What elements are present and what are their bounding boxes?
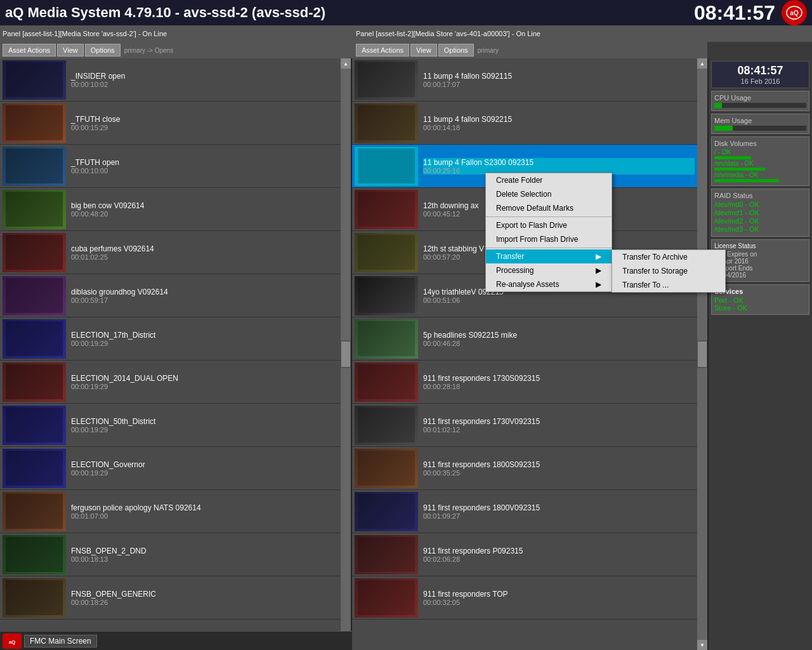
header-logo: aQ	[782, 0, 807, 25]
svg-rect-18	[358, 192, 415, 227]
left-asset-item[interactable]: ELECTION_2014_DUAL OPEN 00:00:19:29	[0, 361, 341, 404]
right-asset-item[interactable]: 911 first responders P092315 00:02:06:28	[352, 533, 697, 576]
left-asset-item[interactable]: big ben cow V092614 00:00:48:20	[0, 188, 341, 231]
svg-rect-2	[6, 62, 63, 97]
left-asset-item[interactable]: ELECTION_17th_District 00:00:19:29	[0, 317, 341, 361]
asset-info: cuba perfumes V092614 00:01:02:25	[71, 244, 338, 261]
left-asset-actions-btn[interactable]: Asset Actions	[3, 44, 56, 56]
raid-item: /dev/md3 - OK	[714, 225, 806, 233]
right-asset-item[interactable]: 911 first responders 1730S092315 00:00:2…	[352, 361, 697, 404]
cpu-bar	[714, 103, 722, 108]
asset-name: 911 first responders P092315	[423, 547, 695, 555]
status-panel: 08:41:57 16 Feb 2016 CPU Usage Mem Usage…	[707, 58, 812, 650]
svg-rect-10	[6, 408, 63, 442]
left-asset-item[interactable]: ELECTION_50th_District 00:00:19:29	[0, 404, 341, 447]
right-asset-item[interactable]: 11 bump 4 fallon S092115 00:00:17:07	[352, 58, 697, 102]
header-right: 08:41:57 aQ	[694, 0, 807, 25]
right-asset-list[interactable]: 11 bump 4 fallon S092115 00:00:17:07 11 …	[352, 58, 697, 650]
asset-info: 11 bump 4 Fallon S2300 092315 00:00:25:1…	[423, 158, 695, 175]
asset-thumb	[3, 276, 66, 315]
asset-info: 911 first responders 1730S092315 00:00:2…	[423, 374, 695, 390]
ctx-remove-default-marks[interactable]: Remove Default Marks	[486, 201, 612, 215]
asset-name: ELECTION_Governor	[71, 460, 338, 469]
left-asset-item[interactable]: FNSB_OPEN_GENERIC 00:00:18:26	[0, 576, 341, 620]
ctx-create-folder[interactable]: Create Folder	[486, 173, 612, 187]
right-asset-item[interactable]: 911 first responders TOP 00:00:32:05	[352, 576, 697, 620]
sys-date: 16 Feb 2016	[714, 77, 806, 85]
asset-thumb	[355, 60, 418, 100]
asset-info: 11 bump 4 fallon S092215 00:00:14:18	[423, 115, 695, 131]
left-asset-item[interactable]: ELECTION_Governor 00:00:19:29	[0, 447, 341, 490]
ctx-reanalyse[interactable]: Re-analyse Assets ▶	[486, 277, 612, 291]
left-asset-list[interactable]: _INSIDER open 00:00:10:02 _TFUTH close 0…	[0, 58, 341, 650]
right-scroll-up[interactable]: ▲	[697, 58, 707, 69]
asset-duration: 00:00:32:05	[423, 599, 695, 606]
taskbar-label[interactable]: FMC Main Screen	[24, 635, 97, 647]
left-scrollbar[interactable]: ▲ ▼	[341, 58, 351, 650]
ctx-transfer-archive[interactable]: Transfer To Archive	[612, 250, 725, 264]
left-asset-item[interactable]: _INSIDER open 00:00:10:02	[0, 58, 341, 102]
mem-bar-container	[714, 126, 806, 131]
ctx-import-flash[interactable]: Import From Flash Drive	[486, 232, 612, 246]
asset-info: _TFUTH close 00:00:15:29	[71, 115, 338, 131]
svg-rect-22	[358, 364, 415, 399]
asset-duration: 00:00:15:29	[71, 124, 338, 131]
right-asset-item[interactable]: 11 bump 4 fallon S092215 00:00:14:18	[352, 102, 697, 145]
svg-text:aQ: aQ	[9, 639, 16, 645]
right-options-btn[interactable]: Options	[438, 44, 474, 56]
right-asset-item[interactable]: 911 first responders 1730V092315 00:01:0…	[352, 404, 697, 447]
taskbar: aQ FMC Main Screen	[0, 631, 352, 650]
left-asset-item[interactable]: ferguson police apology NATS 092614 00:0…	[0, 490, 341, 533]
svg-rect-9	[6, 364, 63, 399]
ctx-delete-selection[interactable]: Delete Selection	[486, 187, 612, 201]
ctx-export-flash[interactable]: Export to Flash Drive	[486, 218, 612, 232]
left-asset-item[interactable]: _TFUTH close 00:00:15:29	[0, 102, 341, 145]
ctx-processing[interactable]: Processing ▶	[486, 263, 612, 277]
right-scrollbar[interactable]: ▲ ▼	[697, 58, 707, 650]
ctx-transfer-to[interactable]: Transfer To ...	[612, 278, 725, 292]
disk-item: /srv/data - OK	[714, 160, 806, 171]
asset-info: 11 bump 4 fallon S092115 00:00:17:07	[423, 72, 695, 88]
disk-item: /srv/media - OK	[714, 171, 806, 182]
left-panel-content: _INSIDER open 00:00:10:02 _TFUTH close 0…	[0, 58, 351, 650]
cpu-bar-container	[714, 103, 806, 108]
left-scroll-thumb[interactable]	[341, 342, 350, 367]
raid-item: /dev/md2 - OK	[714, 217, 806, 225]
right-scroll-thumb[interactable]	[698, 342, 707, 367]
asset-name: _TFUTH close	[71, 115, 338, 124]
left-scroll-up[interactable]: ▲	[341, 58, 351, 69]
license-line1: OK, Expires on	[714, 251, 806, 258]
right-asset-item[interactable]: 5p headlines S092215 mike 00:00:46:28	[352, 317, 697, 361]
ctx-transfer[interactable]: Transfer ▶	[486, 249, 612, 263]
ctx-transfer-submenu: Transfer To Archive Transfer to Storage …	[612, 249, 726, 293]
asset-duration: 00:00:19:29	[71, 469, 338, 477]
disk-label: Disk Volumes	[714, 140, 806, 147]
left-asset-item[interactable]: cuba perfumes V092614 00:01:02:25	[0, 231, 341, 274]
asset-name: diblasio groundhog V092614	[71, 288, 338, 296]
right-panel-sublabel: primary	[475, 47, 705, 54]
left-asset-item[interactable]: FNSB_OPEN_2_DND 00:00:18:13	[0, 533, 341, 576]
asset-info: ELECTION_50th_District 00:00:19:29	[71, 417, 338, 434]
asset-duration: 00:00:48:20	[71, 210, 338, 218]
right-view-btn[interactable]: View	[410, 44, 437, 56]
asset-duration: 00:00:17:07	[423, 81, 695, 88]
left-asset-item[interactable]: diblasio groundhog V092614 00:00:59:17	[0, 274, 341, 317]
asset-thumb	[3, 406, 66, 445]
status-top-spacer	[707, 42, 812, 58]
right-scroll-down[interactable]: ▼	[697, 640, 707, 650]
left-view-btn[interactable]: View	[57, 44, 84, 56]
right-asset-item[interactable]: 911 first responders 1800V092315 00:01:0…	[352, 490, 697, 533]
svg-rect-21	[358, 321, 415, 356]
left-asset-item[interactable]: _TFUTH open 00:00:10:00	[0, 145, 341, 188]
services-port: Port - OK	[714, 296, 806, 304]
sys-time-box: 08:41:57 16 Feb 2016	[711, 61, 809, 88]
ctx-transfer-storage[interactable]: Transfer to Storage	[612, 264, 725, 278]
taskbar-icon[interactable]: aQ	[3, 633, 22, 649]
license-line3: Support Ends	[714, 265, 806, 272]
right-asset-actions-btn[interactable]: Asset Actions	[356, 44, 409, 56]
left-options-btn[interactable]: Options	[85, 44, 121, 56]
asset-duration: 00:01:02:12	[423, 426, 695, 434]
asset-info: 911 first responders P092315 00:02:06:28	[423, 547, 695, 563]
app-header: aQ Media System 4.79.10 - avs-ssd-2 (avs…	[0, 0, 812, 25]
right-asset-item[interactable]: 911 first responders 1800S092315 00:00:3…	[352, 447, 697, 490]
